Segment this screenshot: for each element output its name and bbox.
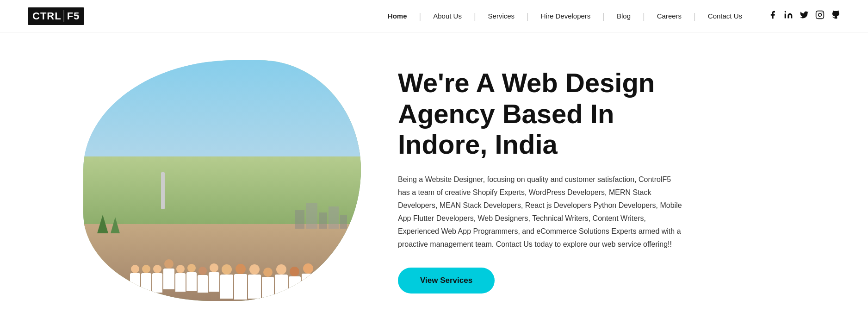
logo[interactable]: CTRLF5 [28,7,84,25]
nav-link-blog[interactable]: Blog [605,12,643,20]
hero-description: Being a Website Designer, focusing on qu… [398,173,685,251]
nav-item-blog[interactable]: Blog [605,12,643,20]
nav-item-contact[interactable]: Contact Us [696,12,754,20]
svg-rect-1 [816,11,824,19]
hero-image-wrapper [83,60,361,301]
hero-team-photo [83,60,361,301]
instagram-icon[interactable] [815,10,825,22]
svg-point-0 [785,11,786,12]
nav-link-home[interactable]: Home [376,12,419,20]
nav-link-services[interactable]: Services [476,12,527,20]
nav-links: Home | About Us | Services | Hire Develo… [376,12,754,20]
logo-f5: F5 [63,10,80,22]
logo-ctrl: CTRL [32,10,62,22]
hero-content: We're A Web Design Agency Based In Indor… [398,68,685,294]
navbar: CTRLF5 Home | About Us | Services | Hire… [0,0,868,32]
linkedin-icon[interactable] [784,10,793,22]
view-services-button[interactable]: View Services [398,268,495,294]
nav-item-careers[interactable]: Careers [645,12,694,20]
hero-title: We're A Web Design Agency Based In Indor… [398,68,685,160]
nav-link-about[interactable]: About Us [421,12,474,20]
twitter-icon[interactable] [800,10,809,22]
facebook-icon[interactable] [768,10,777,22]
github-icon[interactable] [831,10,840,22]
social-icons [768,10,840,22]
nav-item-services[interactable]: Services [476,12,527,20]
nav-link-careers[interactable]: Careers [645,12,694,20]
nav-link-hire[interactable]: Hire Developers [529,12,603,20]
hero-section: We're A Web Design Agency Based In Indor… [0,32,868,329]
nav-item-hire[interactable]: Hire Developers [529,12,603,20]
nav-link-contact[interactable]: Contact Us [696,12,754,20]
nav-item-about[interactable]: About Us [421,12,474,20]
nav-item-home[interactable]: Home [376,12,419,20]
